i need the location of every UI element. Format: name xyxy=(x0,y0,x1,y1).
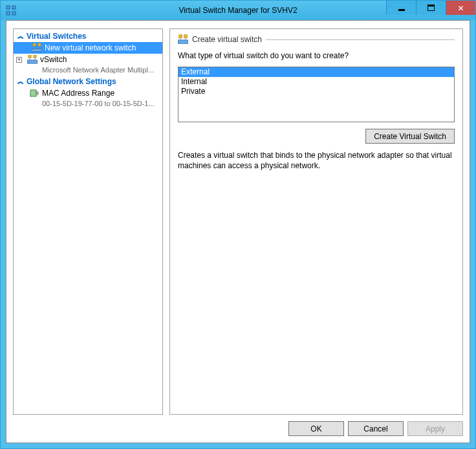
dialog-footer: OK Cancel Apply xyxy=(13,415,463,436)
tree-item-mac-range[interactable]: MAC Address Range xyxy=(14,87,162,99)
tree-item-vswitch-subtitle: Microsoft Network Adapter Multipl... xyxy=(14,65,162,76)
svg-rect-15 xyxy=(179,35,182,38)
tree-section-label: Virtual Switches xyxy=(27,32,86,41)
nic-icon xyxy=(29,88,39,98)
nav-tree[interactable]: ︽ Virtual Switches New virtua xyxy=(13,28,163,415)
svg-rect-13 xyxy=(30,90,36,96)
maximize-button[interactable] xyxy=(416,1,446,15)
option-internal[interactable]: Internal xyxy=(178,77,454,87)
create-virtual-switch-button[interactable]: Create Virtual Switch xyxy=(365,129,455,144)
svg-rect-14 xyxy=(36,92,38,94)
prompt-text: What type of virtual switch do you want … xyxy=(178,51,455,60)
svg-rect-9 xyxy=(32,49,42,52)
svg-rect-6 xyxy=(427,5,435,6)
minimize-button[interactable] xyxy=(386,1,416,15)
cancel-button[interactable]: Cancel xyxy=(348,421,404,436)
app-icon xyxy=(6,5,16,16)
group-title: Create virtual switch xyxy=(192,35,262,44)
option-private[interactable]: Private xyxy=(178,87,454,96)
svg-rect-17 xyxy=(178,40,188,43)
network-switch-icon xyxy=(27,54,38,65)
svg-rect-8 xyxy=(38,43,41,46)
svg-rect-16 xyxy=(184,35,187,38)
tree-section-virtual-switches[interactable]: ︽ Virtual Switches xyxy=(14,30,162,42)
svg-rect-1 xyxy=(12,6,16,9)
tree-section-label: Global Network Settings xyxy=(27,77,116,86)
separator-line xyxy=(266,39,455,40)
svg-rect-3 xyxy=(12,12,16,15)
titlebar[interactable]: Virtual Switch Manager for SVHV2 ✕ xyxy=(1,1,475,20)
svg-rect-2 xyxy=(6,12,10,15)
svg-rect-10 xyxy=(28,55,31,58)
svg-rect-0 xyxy=(6,6,10,9)
svg-rect-4 xyxy=(398,9,405,11)
tree-item-vswitch[interactable]: + vSwitch xyxy=(14,54,162,65)
tree-item-label: New virtual network switch xyxy=(45,43,136,53)
tree-section-global-settings[interactable]: ︽ Global Network Settings xyxy=(14,76,162,87)
ok-button[interactable]: OK xyxy=(288,421,344,436)
network-switch-icon xyxy=(32,43,42,53)
detail-panel: Create virtual switch What type of virtu… xyxy=(169,28,463,415)
chevron-up-icon: ︽ xyxy=(17,32,24,41)
description-text: Creates a virtual switch that binds to t… xyxy=(178,150,455,171)
tree-item-new-virtual-switch[interactable]: New virtual network switch xyxy=(14,42,162,54)
tree-item-label: MAC Address Range xyxy=(42,88,114,98)
close-button[interactable]: ✕ xyxy=(446,1,475,15)
svg-rect-12 xyxy=(27,60,38,63)
svg-rect-7 xyxy=(33,43,36,46)
tree-item-label: vSwitch xyxy=(40,54,67,65)
svg-rect-11 xyxy=(34,55,36,58)
switch-type-listbox[interactable]: External Internal Private xyxy=(178,67,455,122)
tree-item-mac-subtitle: 00-15-5D-19-77-00 to 00-15-5D-1... xyxy=(14,99,162,109)
window-chrome: ︽ Virtual Switches New virtua xyxy=(1,20,475,448)
client-area: ︽ Virtual Switches New virtua xyxy=(6,20,470,443)
chevron-up-icon: ︽ xyxy=(17,77,24,86)
app-window: Virtual Switch Manager for SVHV2 ✕ ︽ Vir… xyxy=(0,0,476,449)
apply-button[interactable]: Apply xyxy=(407,421,463,436)
network-switch-icon xyxy=(178,34,188,45)
option-external[interactable]: External xyxy=(178,67,454,77)
group-header: Create virtual switch xyxy=(178,34,455,45)
expand-toggle-icon[interactable]: + xyxy=(16,57,22,63)
